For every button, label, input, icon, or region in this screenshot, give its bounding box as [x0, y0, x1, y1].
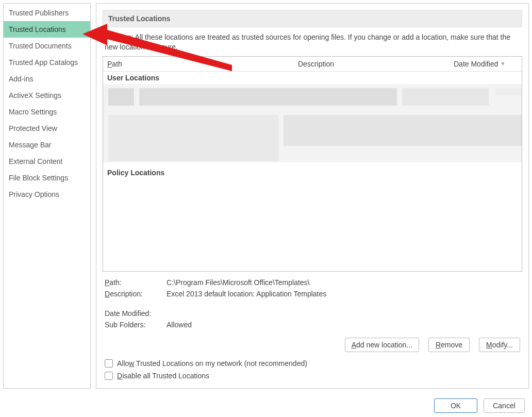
sidebar-item-trusted-documents[interactable]: Trusted Documents — [4, 38, 90, 54]
sidebar-item-trusted-publishers[interactable]: Trusted Publishers — [4, 5, 90, 21]
trust-center-sidebar: Trusted Publishers Trusted Locations Tru… — [3, 3, 91, 389]
detail-value-path: C:\Program Files\Microsoft Office\Templa… — [167, 278, 520, 287]
allow-network-checkbox[interactable] — [105, 359, 113, 368]
sidebar-item-privacy-options[interactable]: Privacy Options — [4, 186, 90, 203]
add-new-location-button[interactable]: Add new location... — [345, 338, 419, 352]
allow-network-label: Allow Trusted Locations on my network (n… — [117, 359, 307, 368]
column-header-path[interactable]: Path — [103, 57, 294, 71]
panel-warning-text: Warning: All these locations are treated… — [103, 32, 522, 56]
selected-location-details: Path: C:\Program Files\Microsoft Office\… — [103, 277, 522, 330]
detail-label-date-modified: Date Modified: — [105, 309, 167, 318]
sidebar-item-trusted-locations[interactable]: Trusted Locations — [4, 21, 90, 38]
column-header-description[interactable]: Description — [294, 57, 450, 71]
dialog-footer: OK Cancel — [434, 398, 525, 413]
column-header-date-modified[interactable]: Date Modified ▼ — [450, 57, 522, 71]
sidebar-item-macro-settings[interactable]: Macro Settings — [4, 104, 90, 120]
detail-value-date-modified — [167, 309, 520, 318]
sidebar-item-file-block-settings[interactable]: File Block Settings — [4, 170, 90, 186]
sidebar-item-protected-view[interactable]: Protected View — [4, 120, 90, 137]
sidebar-item-activex-settings[interactable]: ActiveX Settings — [4, 87, 90, 104]
section-user-locations: User Locations — [103, 72, 522, 84]
sort-descending-icon: ▼ — [500, 61, 505, 66]
cancel-button[interactable]: Cancel — [484, 398, 525, 413]
locations-table: Path Description Date Modified ▼ User Lo… — [103, 56, 522, 272]
trusted-locations-panel: Trusted Locations Warning: All these loc… — [96, 3, 529, 389]
detail-label-description: Description: — [105, 290, 167, 298]
user-locations-rows-redacted[interactable] — [103, 84, 522, 162]
sidebar-item-trusted-app-catalogs[interactable]: Trusted App Catalogs — [4, 54, 90, 71]
sidebar-item-external-content[interactable]: External Content — [4, 153, 90, 170]
table-header-row: Path Description Date Modified ▼ — [103, 57, 522, 72]
modify-location-button[interactable]: Modify... — [479, 338, 520, 352]
panel-heading: Trusted Locations — [103, 10, 522, 27]
sidebar-item-add-ins[interactable]: Add-ins — [4, 71, 90, 87]
remove-location-button[interactable]: Remove — [428, 338, 470, 352]
section-policy-locations: Policy Locations — [103, 166, 522, 179]
ok-button[interactable]: OK — [434, 398, 477, 413]
sidebar-item-message-bar[interactable]: Message Bar — [4, 137, 90, 153]
detail-label-path: Path: — [105, 278, 167, 287]
detail-value-sub-folders: Allowed — [167, 321, 520, 329]
detail-value-description: Excel 2013 default location: Application… — [167, 290, 520, 298]
location-action-buttons: Add new location... Remove Modify... — [105, 338, 520, 352]
detail-label-sub-folders: Sub Folders: — [105, 321, 167, 329]
disable-all-checkbox[interactable] — [105, 372, 113, 380]
disable-all-label: Disable all Trusted Locations — [117, 372, 209, 380]
